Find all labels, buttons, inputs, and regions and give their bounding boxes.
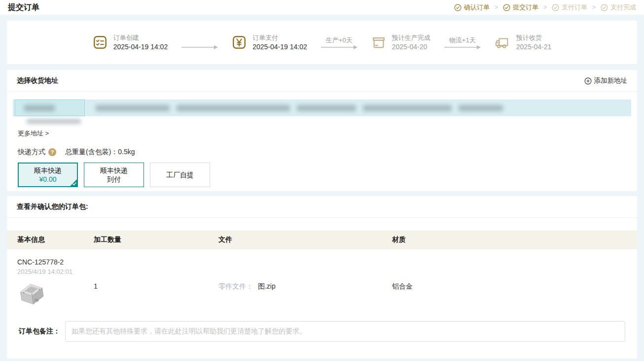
- col-material: 材质: [392, 235, 637, 244]
- arrow-right-icon: [181, 45, 218, 50]
- shipping-option-sf-collect[interactable]: 顺丰快递 到付: [84, 163, 144, 187]
- part-file-name[interactable]: 图.zip: [258, 282, 276, 290]
- package-section-title: 查看并确认您的订单包:: [17, 202, 88, 211]
- selected-address-row[interactable]: [13, 99, 631, 116]
- timeline-title: 订单创建: [113, 33, 168, 42]
- part-file-label: 零件文件：: [218, 282, 253, 290]
- quantity-value: 1: [94, 281, 218, 290]
- total-weight: 总重量(含包装)：0.5kg: [65, 148, 135, 157]
- shipping-option-sf-express[interactable]: 顺丰快递 ¥0.00: [18, 163, 78, 187]
- shipping-options: 顺丰快递 ¥0.00 顺丰快递 到付 工厂自提: [18, 163, 637, 187]
- timeline-date: 2025-04-20: [392, 42, 430, 52]
- order-created-timestamp: 2025/4/19 14:02:01: [17, 267, 637, 277]
- check-circle-icon: [552, 4, 559, 11]
- option-price: ¥0.00: [39, 175, 56, 184]
- step-separator: >: [543, 4, 547, 11]
- address-section-card: 选择收货地址 添加新地址 更多地址 > 快递方式 ? 总重量(含包装)：0.5k…: [7, 70, 637, 191]
- more-addresses-link[interactable]: 更多地址 >: [18, 129, 49, 138]
- step-separator: >: [592, 4, 596, 11]
- arrow-label: 生产+0天: [326, 35, 353, 45]
- add-new-address-label: 添加新地址: [594, 76, 628, 85]
- timeline-arrow-production: 生产+0天: [321, 35, 358, 50]
- check-circle-icon: [503, 4, 510, 11]
- address-section-title: 选择收货地址: [17, 76, 58, 85]
- address-name-redacted: [15, 99, 85, 116]
- col-quantity: 加工数量: [94, 235, 218, 244]
- redacted-text-bar: [177, 105, 290, 111]
- remark-input[interactable]: [65, 321, 625, 342]
- yuan-pay-icon: [232, 35, 247, 50]
- timeline-title: 预计生产完成: [392, 33, 430, 42]
- package-section-header: 查看并确认您的订单包:: [7, 196, 637, 218]
- timeline-item-order-created: 订单创建 2025-04-19 14:02: [93, 33, 168, 52]
- add-new-address-button[interactable]: 添加新地址: [584, 76, 628, 85]
- option-name: 顺丰快递: [34, 166, 62, 175]
- arrow-right-icon: [444, 45, 481, 50]
- selected-check-icon: [72, 181, 77, 186]
- redacted-text-bar: [363, 105, 452, 111]
- step-pay-complete[interactable]: 支付完成: [601, 3, 636, 12]
- part-thumbnail-image[interactable]: [18, 281, 46, 309]
- shipping-method-row: 快递方式 ? 总重量(含包装)：0.5kg: [18, 148, 637, 157]
- option-sub: 到付: [107, 175, 121, 184]
- order-timeline-card: 订单创建 2025-04-19 14:02 订单支付 2025-04-19 14…: [7, 21, 637, 64]
- page-title: 提交订单: [8, 2, 39, 13]
- timeline-item-production-complete: 预计生产完成 2025-04-20: [371, 33, 430, 52]
- redacted-smudge: [27, 117, 637, 125]
- arrow-right-icon: [321, 45, 358, 50]
- order-checklist-icon: [93, 35, 107, 50]
- col-basic-info: 基本信息: [17, 235, 94, 244]
- shipping-method-label: 快递方式: [18, 148, 45, 157]
- redacted-text-bar: [459, 105, 503, 111]
- delivery-truck-icon: [495, 35, 510, 50]
- step-separator: >: [495, 4, 498, 11]
- order-row-meta: CNC-125778-2 2025/4/19 14:02:01: [7, 249, 637, 277]
- option-name: 工厂自提: [166, 170, 194, 179]
- order-timeline: 订单创建 2025-04-19 14:02 订单支付 2025-04-19 14…: [93, 33, 552, 52]
- top-bar: 提交订单 确认订单 > 提交订单 > 支付订单 > 支付完成: [0, 0, 644, 15]
- step-confirm-order[interactable]: 确认订单: [454, 3, 490, 12]
- material-value: 铝合金: [392, 281, 637, 291]
- timeline-item-delivery: 预计收货 2025-04-21: [495, 33, 552, 52]
- package-table-header: 基本信息 加工数量 文件 材质: [7, 230, 637, 249]
- step-label: 支付完成: [610, 3, 636, 12]
- package-box-icon: [371, 35, 386, 50]
- step-label: 支付订单: [562, 3, 587, 12]
- timeline-item-order-paid: 订单支付 2025-04-19 14:02: [232, 33, 307, 52]
- timeline-title: 订单支付: [252, 33, 307, 42]
- arrow-label: 物流+1天: [449, 35, 476, 45]
- order-number: CNC-125778-2: [17, 257, 637, 267]
- help-question-icon[interactable]: ?: [48, 148, 56, 156]
- timeline-title: 预计收货: [516, 33, 552, 42]
- step-label: 提交订单: [513, 3, 538, 12]
- redacted-text-bar: [297, 105, 356, 111]
- timeline-date: 2025-04-19 14:02: [252, 42, 307, 52]
- step-label: 确认订单: [464, 3, 490, 12]
- option-name: 顺丰快递: [100, 166, 128, 175]
- order-steps-breadcrumb: 确认订单 > 提交订单 > 支付订单 > 支付完成: [454, 3, 636, 12]
- redacted-text-bar: [24, 105, 55, 111]
- order-row: 1 零件文件： 图.zip 铝合金: [7, 281, 637, 310]
- plus-circle-icon: [584, 77, 592, 85]
- timeline-date: 2025-04-21: [516, 42, 552, 52]
- spacer: [7, 218, 637, 230]
- step-pay-order[interactable]: 支付订单: [552, 3, 587, 12]
- timeline-arrow-logistics: 物流+1天: [444, 35, 481, 50]
- part-thumbnail-cell: [17, 281, 94, 310]
- address-section-header: 选择收货地址 添加新地址: [7, 70, 637, 92]
- timeline-date: 2025-04-19 14:02: [113, 42, 168, 52]
- col-files: 文件: [218, 235, 392, 244]
- shipping-option-factory-pickup[interactable]: 工厂自提: [150, 163, 210, 187]
- remark-row: 订单包备注：: [7, 310, 637, 342]
- address-detail-redacted: [96, 105, 503, 111]
- timeline-arrow: [181, 35, 218, 50]
- part-file-cell: 零件文件： 图.zip: [218, 281, 392, 291]
- check-circle-icon: [601, 4, 608, 11]
- check-circle-icon: [454, 4, 462, 11]
- redacted-text-bar: [96, 105, 170, 111]
- order-package-card: 查看并确认您的订单包: 基本信息 加工数量 文件 材质 CNC-125778-2…: [7, 196, 637, 359]
- remark-label: 订单包备注：: [19, 327, 60, 336]
- step-submit-order[interactable]: 提交订单: [503, 3, 538, 12]
